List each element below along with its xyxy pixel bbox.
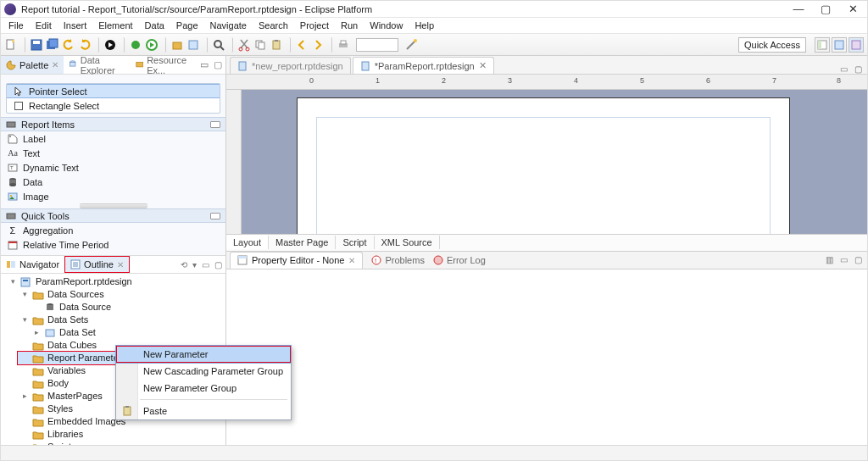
menu-run[interactable]: Run: [335, 19, 364, 32]
menu-element[interactable]: Element: [92, 19, 138, 32]
tree-data-sources[interactable]: ▾Data Sources: [18, 288, 225, 301]
xml-source-tab[interactable]: XML Source: [375, 236, 440, 249]
report-page[interactable]: [298, 98, 789, 234]
svg-rect-23: [818, 41, 821, 49]
palette-rectangle-select[interactable]: Rectangle Select: [7, 98, 220, 113]
close-tab-icon[interactable]: ✕: [52, 60, 58, 69]
design-canvas[interactable]: [242, 90, 867, 234]
layout-tab[interactable]: Layout: [226, 236, 269, 249]
editor-tab-new-report[interactable]: *new_report.rptdesign: [230, 57, 351, 74]
problems-tab[interactable]: ! Problems: [371, 255, 424, 265]
view-layout-icon[interactable]: ▥: [826, 255, 833, 264]
outline-tab[interactable]: Outline ✕: [64, 256, 130, 273]
back-icon[interactable]: [295, 38, 309, 52]
navigator-tab[interactable]: Navigator: [1, 256, 64, 273]
pin-icon[interactable]: [210, 121, 220, 128]
view-menu-icon[interactable]: ▾: [192, 260, 197, 269]
menu-file[interactable]: File: [3, 19, 30, 32]
paste-icon[interactable]: [270, 38, 283, 52]
tree-data-set[interactable]: ▸Data Set: [30, 326, 225, 339]
menu-project[interactable]: Project: [294, 19, 335, 32]
tree-data-source[interactable]: Data Source: [30, 301, 225, 314]
toolbar-icon[interactable]: ⟲: [181, 260, 187, 269]
menu-edit[interactable]: Edit: [30, 19, 58, 32]
menu-navigate[interactable]: Navigate: [204, 19, 253, 32]
property-editor-tab[interactable]: Property Editor - None ✕: [230, 252, 363, 269]
maximize-view-icon[interactable]: ▢: [214, 59, 222, 70]
ruler-tick-0: 0: [309, 76, 314, 85]
report-perspective-icon[interactable]: [832, 37, 847, 53]
open-perspective-icon[interactable]: [815, 37, 830, 53]
new-icon[interactable]: [4, 38, 18, 52]
editor-tab-param-report[interactable]: *ParamReport.rptdesign ✕: [353, 57, 494, 74]
palette-tab[interactable]: Palette ✕: [1, 56, 64, 74]
close-tab-icon[interactable]: ✕: [348, 256, 355, 265]
menu-data[interactable]: Data: [139, 19, 170, 32]
palette-aggregation[interactable]: Σ Aggregation: [1, 223, 225, 237]
palette-label[interactable]: Label: [1, 131, 225, 146]
svg-rect-25: [852, 41, 860, 49]
redo-icon[interactable]: [78, 38, 92, 52]
run-icon[interactable]: [103, 38, 117, 52]
menu-page[interactable]: Page: [170, 19, 204, 32]
quick-access-button[interactable]: Quick Access: [738, 37, 806, 53]
menu-insert[interactable]: Insert: [58, 19, 93, 32]
palette-relative-time[interactable]: Relative Time Period: [1, 237, 225, 252]
quick-tools-section[interactable]: Quick Tools: [1, 208, 225, 223]
debug-perspective-icon[interactable]: [849, 37, 864, 53]
tree-data-sets[interactable]: ▾Data Sets: [18, 314, 225, 326]
pin-icon[interactable]: [210, 213, 220, 219]
palette-pointer-select[interactable]: Pointer Select: [7, 84, 220, 98]
tree-root[interactable]: ▾ ParamReport.rptdesign: [6, 275, 225, 288]
palette-data[interactable]: Data: [1, 175, 225, 189]
ctx-new-group[interactable]: New Parameter Group: [116, 380, 291, 397]
error-log-tab[interactable]: Error Log: [433, 255, 486, 265]
report-items-section[interactable]: Report Items: [1, 117, 225, 131]
combo-placeholder[interactable]: [356, 38, 398, 52]
minimize-view-icon[interactable]: ▭: [202, 260, 209, 269]
ruler-tick-8: 8: [837, 76, 841, 85]
window-minimize-button[interactable]: —: [793, 3, 804, 15]
data-explorer-tab[interactable]: Data Explorer: [64, 56, 130, 74]
window-close-button[interactable]: ✕: [847, 3, 859, 15]
window-maximize-button[interactable]: ▢: [820, 3, 832, 15]
undo-icon[interactable]: [62, 38, 75, 52]
palette-image[interactable]: Image: [1, 189, 225, 203]
close-tab-icon[interactable]: ✕: [479, 60, 487, 71]
report-page-body[interactable]: [316, 117, 771, 234]
menu-search[interactable]: Search: [253, 19, 294, 32]
minimize-view-icon[interactable]: ▭: [200, 59, 209, 70]
ctx-new-parameter[interactable]: New Parameter: [116, 346, 291, 363]
wand-icon[interactable]: [404, 38, 418, 52]
master-page-tab[interactable]: Master Page: [269, 236, 336, 249]
menu-window[interactable]: Window: [364, 19, 409, 32]
script-tab[interactable]: Script: [336, 236, 374, 249]
folder-icon: [32, 417, 44, 427]
maximize-view-icon[interactable]: ▢: [854, 255, 862, 264]
forward-icon[interactable]: [311, 38, 325, 52]
maximize-view-icon[interactable]: ▢: [214, 260, 222, 269]
resource-explorer-icon: [136, 60, 143, 70]
aggregation-label: Aggregation: [23, 225, 73, 236]
ctx-paste[interactable]: Paste: [116, 403, 291, 419]
search-icon[interactable]: [212, 38, 225, 52]
tree-libraries[interactable]: Libraries: [18, 428, 225, 441]
maximize-editor-icon[interactable]: ▢: [854, 64, 862, 74]
minimize-view-icon[interactable]: ▭: [840, 255, 848, 264]
palette-text[interactable]: Aa Text: [1, 146, 225, 160]
print-icon[interactable]: [337, 38, 350, 52]
resource-explorer-tab[interactable]: Resource Ex...: [131, 56, 200, 74]
save-icon[interactable]: [30, 38, 43, 52]
save-all-icon[interactable]: [46, 38, 59, 52]
new-package-icon[interactable]: [170, 38, 184, 52]
new-resource-icon[interactable]: [186, 38, 200, 52]
copy-icon[interactable]: [253, 38, 267, 52]
debug-icon[interactable]: [129, 38, 142, 52]
cut-icon[interactable]: [237, 38, 251, 52]
close-tab-icon[interactable]: ✕: [117, 260, 124, 269]
ctx-new-cascading[interactable]: New Cascading Parameter Group: [116, 363, 291, 380]
minimize-editor-icon[interactable]: ▭: [840, 64, 848, 74]
menu-help[interactable]: Help: [409, 19, 440, 32]
run-green-icon[interactable]: [145, 38, 159, 52]
palette-dynamic-text[interactable]: T Dynamic Text: [1, 160, 225, 175]
